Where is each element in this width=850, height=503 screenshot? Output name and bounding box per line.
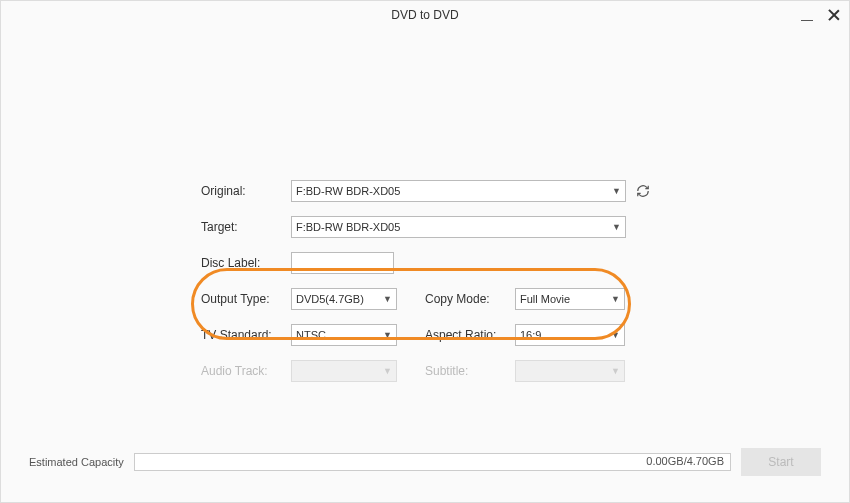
tv-standard-label: TV Standard: xyxy=(201,328,291,342)
aspect-ratio-select[interactable]: 16:9 ▼ xyxy=(515,324,625,346)
capacity-text: 0.00GB/4.70GB xyxy=(646,455,724,467)
chevron-down-icon: ▼ xyxy=(383,294,392,304)
output-type-label: Output Type: xyxy=(201,292,291,306)
row-original: Original: F:BD-RW BDR-XD05 ▼ xyxy=(201,173,681,209)
original-label: Original: xyxy=(201,184,291,198)
subtitle-select: ▼ xyxy=(515,360,625,382)
row-output-copymode: Output Type: DVD5(4.7GB) ▼ Copy Mode: Fu… xyxy=(201,281,681,317)
row-target: Target: F:BD-RW BDR-XD05 ▼ xyxy=(201,209,681,245)
minimize-icon[interactable] xyxy=(801,9,813,21)
footer: Estimated Capacity 0.00GB/4.70GB Start xyxy=(29,448,821,476)
refresh-icon[interactable] xyxy=(636,184,650,198)
disc-label-label: Disc Label: xyxy=(201,256,291,270)
chevron-down-icon: ▼ xyxy=(611,366,620,376)
audio-track-select: ▼ xyxy=(291,360,397,382)
output-type-value: DVD5(4.7GB) xyxy=(296,293,364,305)
capacity-progress: 0.00GB/4.70GB xyxy=(134,453,731,471)
form-area: Original: F:BD-RW BDR-XD05 ▼ Target: xyxy=(201,173,681,389)
row-disc-label: Disc Label: xyxy=(201,245,681,281)
copy-mode-label: Copy Mode: xyxy=(425,292,515,306)
titlebar-controls xyxy=(801,1,841,29)
disc-label-input[interactable] xyxy=(291,252,394,274)
target-select[interactable]: F:BD-RW BDR-XD05 ▼ xyxy=(291,216,626,238)
aspect-ratio-value: 16:9 xyxy=(520,329,541,341)
content-area: Original: F:BD-RW BDR-XD05 ▼ Target: xyxy=(1,29,849,502)
capacity-label: Estimated Capacity xyxy=(29,456,124,468)
window-title: DVD to DVD xyxy=(391,8,458,22)
chevron-down-icon: ▼ xyxy=(383,366,392,376)
chevron-down-icon: ▼ xyxy=(612,186,621,196)
original-value: F:BD-RW BDR-XD05 xyxy=(296,185,400,197)
chevron-down-icon: ▼ xyxy=(611,294,620,304)
original-select[interactable]: F:BD-RW BDR-XD05 ▼ xyxy=(291,180,626,202)
audio-track-label: Audio Track: xyxy=(201,364,291,378)
tv-standard-value: NTSC xyxy=(296,329,326,341)
row-tv-aspect: TV Standard: NTSC ▼ Aspect Ratio: 16:9 ▼ xyxy=(201,317,681,353)
target-label: Target: xyxy=(201,220,291,234)
row-audio-subtitle: Audio Track: ▼ Subtitle: ▼ xyxy=(201,353,681,389)
aspect-ratio-label: Aspect Ratio: xyxy=(425,328,515,342)
output-type-select[interactable]: DVD5(4.7GB) ▼ xyxy=(291,288,397,310)
copy-mode-select[interactable]: Full Movie ▼ xyxy=(515,288,625,310)
copy-mode-value: Full Movie xyxy=(520,293,570,305)
titlebar: DVD to DVD xyxy=(1,1,849,29)
app-window: DVD to DVD Original: F:BD-RW BDR-XD05 ▼ xyxy=(0,0,850,503)
subtitle-label: Subtitle: xyxy=(425,364,515,378)
chevron-down-icon: ▼ xyxy=(612,222,621,232)
chevron-down-icon: ▼ xyxy=(611,330,620,340)
target-value: F:BD-RW BDR-XD05 xyxy=(296,221,400,233)
close-icon[interactable] xyxy=(827,8,841,22)
chevron-down-icon: ▼ xyxy=(383,330,392,340)
tv-standard-select[interactable]: NTSC ▼ xyxy=(291,324,397,346)
start-button[interactable]: Start xyxy=(741,448,821,476)
